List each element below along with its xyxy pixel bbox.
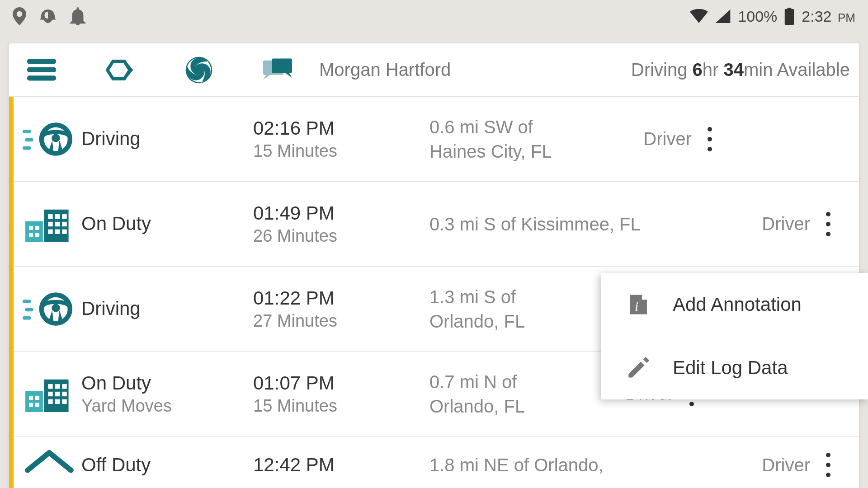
svg-rect-15 xyxy=(35,233,39,237)
time-value: 12:42 PM xyxy=(253,454,429,476)
svg-rect-40 xyxy=(48,391,52,396)
time-col: 02:16 PM 15 Minutes xyxy=(253,117,429,161)
header-info: Morgan Hartford Driving 6hr 34min Availa… xyxy=(319,60,850,80)
svg-rect-23 xyxy=(48,229,52,234)
onduty-icon xyxy=(23,376,81,412)
edit-log-button[interactable]: Edit Log Data xyxy=(601,336,868,399)
header-icons xyxy=(27,56,292,84)
svg-rect-32 xyxy=(29,395,33,399)
svg-rect-44 xyxy=(55,399,60,404)
svg-rect-21 xyxy=(55,221,60,226)
location-pin-icon xyxy=(13,7,26,25)
svg-rect-41 xyxy=(55,391,60,396)
menu-button[interactable] xyxy=(27,56,56,84)
location-col: 0.6 mi SW of Haines City, FL xyxy=(429,115,601,164)
log-row[interactable]: Driving 02:16 PM 15 Minutes 0.6 mi SW of… xyxy=(14,97,859,182)
more-vert-icon xyxy=(826,212,830,236)
android-status-bar: 100% 2:32 PM xyxy=(0,0,868,33)
driving-icon xyxy=(23,292,81,326)
role-col: Driver xyxy=(601,129,692,149)
svg-rect-31 xyxy=(25,391,43,412)
svg-rect-7 xyxy=(25,138,33,141)
status-col: On Duty Yard Moves xyxy=(81,372,253,416)
svg-rect-45 xyxy=(62,399,66,404)
more-vert-icon xyxy=(826,453,830,477)
time-value: 01:07 PM xyxy=(253,372,429,394)
bell-icon xyxy=(70,7,86,25)
location-col: 0.7 mi N of Orlando, FL xyxy=(429,370,583,418)
pencil-icon xyxy=(626,355,651,380)
time-col: 01:07 PM 15 Minutes xyxy=(253,372,429,416)
svg-rect-11 xyxy=(25,221,43,242)
battery-icon xyxy=(784,8,794,25)
duration-value: 15 Minutes xyxy=(253,141,429,161)
more-vert-icon xyxy=(708,127,712,151)
location-col: 1.3 mi S of Orlando, FL xyxy=(429,285,583,333)
svg-rect-26 xyxy=(23,300,31,303)
driving-icon xyxy=(23,122,81,156)
time-value: 01:22 PM xyxy=(253,287,429,310)
svg-rect-17 xyxy=(48,214,52,219)
svg-rect-38 xyxy=(55,384,60,389)
duration-value: 27 Minutes xyxy=(253,311,429,331)
svg-rect-43 xyxy=(48,399,52,404)
svg-rect-20 xyxy=(48,221,52,226)
status-label: Off Duty xyxy=(81,454,253,476)
svg-rect-34 xyxy=(29,403,33,407)
status-col: Driving xyxy=(81,127,253,150)
svg-rect-12 xyxy=(29,225,33,230)
more-button[interactable] xyxy=(810,212,846,236)
app-container: Morgan Hartford Driving 6hr 34min Availa… xyxy=(9,43,859,488)
svg-rect-37 xyxy=(48,384,52,389)
more-button[interactable] xyxy=(810,453,846,477)
location-col: 1.8 mi NE of Orlando, xyxy=(429,453,720,477)
log-row[interactable]: On Duty 01:49 PM 26 Minutes 0.3 mi S of … xyxy=(14,182,859,267)
time-value: 02:16 PM xyxy=(253,117,429,140)
driver-name: Morgan Hartford xyxy=(319,60,451,80)
status-label: On Duty xyxy=(81,212,253,235)
duration-value: 26 Minutes xyxy=(253,226,429,246)
offduty-icon xyxy=(23,449,81,481)
availability-text: Driving 6hr 34min Available xyxy=(631,60,850,80)
svg-rect-6 xyxy=(23,130,31,133)
log-row[interactable]: Off Duty 12:42 PM 1.8 mi NE of Orlando, … xyxy=(14,436,859,488)
svg-rect-0 xyxy=(27,59,56,64)
status-sublabel: Yard Moves xyxy=(81,396,253,416)
onduty-icon xyxy=(23,206,81,242)
context-menu: i Add Annotation Edit Log Data xyxy=(601,273,868,399)
status-right-group: 100% 2:32 PM xyxy=(690,8,855,25)
svg-rect-22 xyxy=(62,221,66,226)
svg-rect-42 xyxy=(62,391,66,396)
svg-rect-25 xyxy=(62,229,66,234)
svg-rect-8 xyxy=(23,146,31,150)
status-label: On Duty xyxy=(81,372,253,394)
svg-rect-35 xyxy=(35,403,39,407)
hex-logo-icon[interactable] xyxy=(106,56,135,84)
helmet-icon xyxy=(39,7,57,25)
svg-text:i: i xyxy=(635,299,638,314)
popup-label: Edit Log Data xyxy=(673,357,788,379)
time-value: 01:49 PM xyxy=(253,202,429,225)
svg-rect-24 xyxy=(55,229,60,234)
status-time: 2:32 PM xyxy=(802,8,855,25)
svg-rect-13 xyxy=(35,225,39,230)
popup-label: Add Annotation xyxy=(673,294,802,315)
add-annotation-button[interactable]: i Add Annotation xyxy=(601,273,868,336)
swirl-icon[interactable] xyxy=(184,56,213,84)
svg-rect-14 xyxy=(29,233,33,237)
status-col: Off Duty xyxy=(81,454,253,476)
svg-rect-27 xyxy=(25,308,33,311)
status-col: Driving xyxy=(81,297,253,320)
svg-rect-18 xyxy=(55,214,60,219)
more-button[interactable] xyxy=(692,127,728,151)
time-col: 12:42 PM xyxy=(253,454,429,476)
svg-rect-33 xyxy=(35,395,39,399)
annotate-icon: i xyxy=(626,292,651,317)
svg-rect-39 xyxy=(62,384,66,389)
status-left-group xyxy=(13,7,86,25)
wifi-icon xyxy=(690,9,708,23)
location-col: 0.3 mi S of Kissimmee, FL xyxy=(429,212,720,236)
svg-rect-2 xyxy=(27,75,56,80)
app-header: Morgan Hartford Driving 6hr 34min Availa… xyxy=(9,43,859,97)
chat-icon[interactable] xyxy=(263,56,292,84)
